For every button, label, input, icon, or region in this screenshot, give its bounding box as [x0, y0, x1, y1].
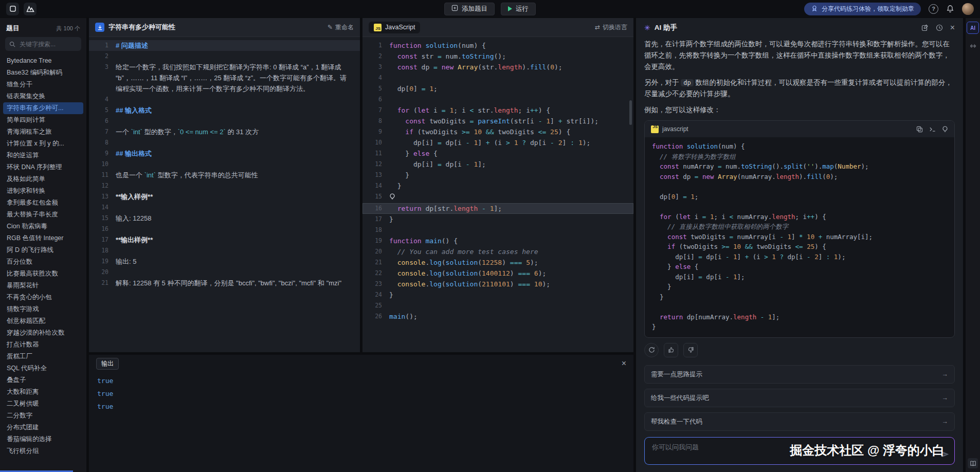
sidebar-item[interactable]: 创意标题匹配	[3, 315, 83, 327]
suggestion-chip[interactable]: 给我一些代码提示吧→	[644, 389, 955, 407]
problem-line[interactable]: 13**输入样例**	[89, 191, 360, 202]
sidebar-item[interactable]: 叠盘子	[3, 374, 83, 386]
problem-line[interactable]: 3给定一个数字，我们按照如下规则把它翻译为字符串: 0 翻译成 “a”，1 翻译…	[89, 62, 360, 94]
sidebar-item[interactable]: Base32 编码和解码	[3, 67, 83, 79]
suggestion-chip[interactable]: 帮我检查一下代码→	[644, 412, 955, 431]
code-line[interactable]: 26main();	[362, 311, 633, 322]
code-editor[interactable]: 1function solution(num) {2 const str = n…	[362, 37, 633, 352]
sidebar-item[interactable]: 大数和距离	[3, 386, 83, 398]
sidebar-item[interactable]: 暴雨梨花针	[3, 280, 83, 292]
code-line[interactable]: 13 }	[362, 170, 633, 180]
problem-line[interactable]: 2	[89, 51, 360, 62]
sidebar-item[interactable]: 蛋糕工厂	[3, 351, 83, 362]
sidebar-item[interactable]: 计算位置 x 到 y 的...	[3, 138, 83, 150]
problem-line[interactable]: 6	[89, 116, 360, 126]
history-icon[interactable]	[936, 24, 943, 31]
code-line[interactable]: 11 } else {	[362, 148, 633, 159]
thumbs-up-button[interactable]	[664, 343, 678, 357]
sidebar-item[interactable]: 链表聚集交换	[3, 90, 83, 102]
code-line[interactable]: 9 if (twoDigits >= 10 && twoDigits <= 25…	[362, 126, 633, 137]
help-icon[interactable]: ?	[929, 4, 938, 14]
problem-line[interactable]: 12	[89, 180, 360, 191]
problem-line[interactable]: 14	[89, 202, 360, 213]
code-line[interactable]: 25	[362, 300, 633, 311]
problem-line[interactable]: 8	[89, 137, 360, 148]
ai-close-icon[interactable]: ×	[950, 24, 955, 32]
avatar[interactable]	[962, 3, 974, 15]
sidebar-item[interactable]: 最大替换子串长度	[3, 209, 83, 221]
problem-line[interactable]: 10	[89, 159, 360, 170]
sidebar-item[interactable]: 及格如此简单	[3, 173, 83, 185]
code-line[interactable]: 8 const twoDigits = parseInt(str[i - 1] …	[362, 116, 633, 126]
send-icon[interactable]	[941, 450, 949, 460]
sidebar-item[interactable]: 穿越沙漠的补给次数	[3, 327, 83, 339]
sidebar-item[interactable]: 猫鱼分干	[3, 79, 83, 90]
problem-line[interactable]: 17**输出样例**	[89, 234, 360, 245]
sidebar-item[interactable]: 字符串有多少种可...	[3, 102, 83, 114]
sidebar-item[interactable]: 二叉树供暖	[3, 398, 83, 410]
sidebar-item[interactable]: 阿 D 的飞行路线	[3, 244, 83, 256]
sidebar-item[interactable]: Cion 勒索病毒	[3, 221, 83, 232]
problem-line[interactable]: 7一个 `int` 型的数字，`0 <= num <= 2` 的 31 次方	[89, 126, 360, 137]
suggestion-chip[interactable]: 需要一点思路提示→	[644, 365, 955, 384]
sidebar-item[interactable]: 二分数字	[3, 410, 83, 422]
code-line[interactable]: 10 dp[i] = dp[i - 1] + (i > 1 ? dp[i - 2…	[362, 137, 633, 148]
code-line[interactable]: 24}	[362, 289, 633, 300]
ai-input-box[interactable]	[644, 437, 955, 465]
code-line[interactable]: 16 return dp[str.length - 1];	[362, 203, 633, 214]
rename-button[interactable]: ✎ 重命名	[328, 23, 354, 32]
sidebar-item[interactable]: Bytedance Tree	[3, 55, 83, 67]
switch-language-button[interactable]: ⇄ 切换语言	[595, 23, 627, 32]
problem-line[interactable]: 9## 输出格式	[89, 148, 360, 159]
compose-icon[interactable]	[921, 24, 929, 31]
problem-editor[interactable]: 1# 问题描述2 3给定一个数字，我们按照如下规则把它翻译为字符串: 0 翻译成…	[89, 37, 360, 352]
problem-line[interactable]: 19输出: 5	[89, 256, 360, 267]
ai-question-input[interactable]	[651, 443, 920, 451]
sidebar-item[interactable]: RGB 色值转 Integer	[3, 232, 83, 244]
code-line[interactable]: 23 console.log(solution(2110101) === 10)…	[362, 279, 633, 289]
code-line[interactable]: 3 const dp = new Array(str.length).fill(…	[362, 62, 633, 72]
sidebar-item[interactable]: 分布式团建	[3, 422, 83, 433]
run-button[interactable]: 运行	[501, 3, 536, 15]
reader-icon[interactable]	[968, 458, 978, 468]
code-line[interactable]: 4	[362, 72, 633, 83]
code-line[interactable]: 1function solution(num) {	[362, 40, 633, 51]
sidebar-item[interactable]: 和的逆运算	[3, 150, 83, 161]
code-line[interactable]: 7 for (let i = 1; i < str.length; i++) {	[362, 105, 633, 116]
sidebar-item[interactable]: 青海湖租车之旅	[3, 126, 83, 138]
code-line[interactable]: 15	[362, 191, 633, 203]
code-line[interactable]: 20 // You can add more test cases here	[362, 246, 633, 257]
add-problem-button[interactable]: 添加题目	[444, 3, 495, 15]
workspace-logo-icon[interactable]	[24, 3, 37, 15]
sidebar-item[interactable]: 猜数字游戏	[3, 303, 83, 315]
code-line[interactable]: 5 dp[0] = 1;	[362, 83, 633, 94]
sidebar-item[interactable]: 不再贪心的小包	[3, 292, 83, 303]
code-line[interactable]: 14 }	[362, 180, 633, 191]
search-input[interactable]	[19, 40, 77, 48]
output-tab[interactable]: 输出	[96, 358, 119, 370]
problem-line[interactable]: 5## 输入格式	[89, 105, 360, 116]
output-close-icon[interactable]: ×	[622, 359, 626, 368]
share-badge-button[interactable]: 分享代码练习体验，领取定制勋章	[804, 3, 921, 15]
thumbs-down-button[interactable]	[683, 343, 698, 357]
code-line[interactable]: 21 console.log(solution(12258) === 5);	[362, 257, 633, 268]
sidebar-item[interactable]: 打点计数器	[3, 339, 83, 351]
problem-line[interactable]: 18	[89, 245, 360, 256]
app-logo-icon[interactable]	[6, 3, 19, 15]
bell-icon[interactable]	[946, 5, 954, 13]
problem-line[interactable]: 21解释: 12258 有 5 种不同的翻译，分别是 "bccfi", "bwf…	[89, 278, 360, 288]
lightbulb-icon[interactable]	[389, 192, 395, 203]
sidebar-item[interactable]: 飞行棋分组	[3, 445, 83, 457]
code-line[interactable]: 17}	[362, 214, 633, 225]
problem-line[interactable]: 16	[89, 224, 360, 234]
hint-bulb-icon[interactable]	[942, 126, 948, 133]
code-line[interactable]: 19function main() {	[362, 235, 633, 246]
problem-line[interactable]: 20	[89, 267, 360, 278]
sidebar-item[interactable]: 比赛最高获胜次数	[3, 268, 83, 280]
insert-code-icon[interactable]	[929, 126, 936, 133]
problem-line[interactable]: 15输入: 12258	[89, 213, 360, 224]
problem-line[interactable]: 1# 问题描述	[89, 40, 360, 51]
code-line[interactable]: 2 const str = num.toString();	[362, 51, 633, 62]
sidebar-item[interactable]: 环状 DNA 序列整理	[3, 161, 83, 173]
code-line[interactable]: 6	[362, 94, 633, 105]
